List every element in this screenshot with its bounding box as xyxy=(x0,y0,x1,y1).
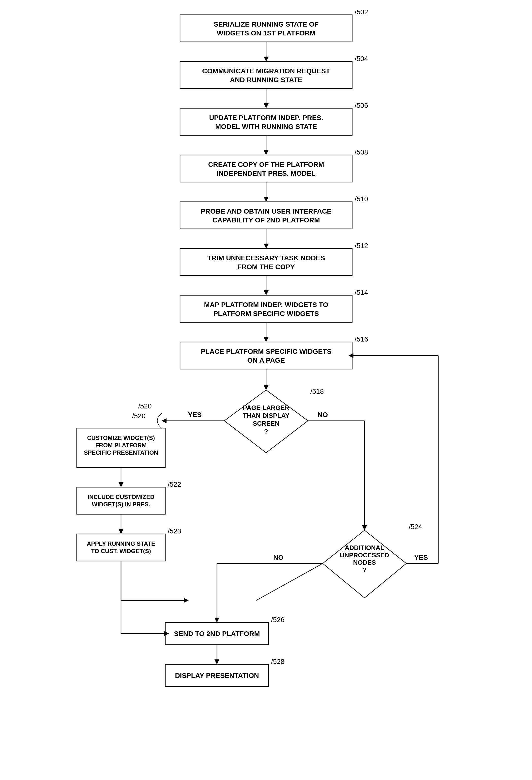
svg-text:THAN DISPLAY: THAN DISPLAY xyxy=(243,412,289,419)
svg-marker-96 xyxy=(214,618,219,623)
svg-marker-81 xyxy=(323,530,406,598)
svg-text:CUSTOMIZE WIDGET(S): CUSTOMIZE WIDGET(S) xyxy=(87,435,155,441)
svg-text:INCLUDE CUSTOMIZED: INCLUDE CUSTOMIZED xyxy=(88,494,154,500)
svg-text:PAGE LARGER: PAGE LARGER xyxy=(243,404,289,411)
svg-text:ADDITIONAL: ADDITIONAL xyxy=(344,544,384,551)
svg-text:/504: /504 xyxy=(355,55,368,62)
svg-marker-48 xyxy=(224,390,308,453)
svg-text:?: ? xyxy=(264,428,268,435)
svg-marker-29 xyxy=(264,244,269,248)
svg-text:/520: /520 xyxy=(138,402,152,410)
svg-marker-55 xyxy=(162,418,166,423)
svg-text:/526: /526 xyxy=(271,616,284,624)
svg-text:COMMUNICATE MIGRATION REQUEST: COMMUNICATE MIGRATION REQUEST xyxy=(202,67,330,75)
svg-rect-6 xyxy=(180,61,352,89)
svg-rect-64 xyxy=(77,487,165,514)
svg-rect-0 xyxy=(180,15,352,42)
svg-text:CREATE COPY OF THE PLATFORM: CREATE COPY OF THE PLATFORM xyxy=(208,161,324,168)
svg-marker-76 xyxy=(184,598,189,603)
svg-text:WIDGETS ON 1ST PLATFORM: WIDGETS ON 1ST PLATFORM xyxy=(217,29,315,37)
svg-marker-5 xyxy=(264,57,269,61)
svg-text:/518: /518 xyxy=(310,388,324,395)
svg-marker-69 xyxy=(118,529,123,534)
svg-text:YES: YES xyxy=(188,411,202,419)
svg-rect-30 xyxy=(180,248,352,276)
svg-text:AND RUNNING STATE: AND RUNNING STATE xyxy=(230,76,302,84)
svg-text:UPDATE PLATFORM INDEP. PRES.: UPDATE PLATFORM INDEP. PRES. xyxy=(209,114,323,121)
svg-marker-80 xyxy=(362,525,367,530)
svg-text:SERIALIZE RUNNING STATE OF: SERIALIZE RUNNING STATE OF xyxy=(213,20,319,28)
svg-marker-35 xyxy=(264,290,269,295)
svg-text:MAP PLATFORM INDEP. WIDGETS TO: MAP PLATFORM INDEP. WIDGETS TO xyxy=(204,301,328,308)
svg-text:NO: NO xyxy=(273,554,283,561)
svg-text:CAPABILITY OF 2ND PLATFORM: CAPABILITY OF 2ND PLATFORM xyxy=(212,216,320,224)
svg-marker-63 xyxy=(118,482,123,487)
svg-text:NODES: NODES xyxy=(353,559,376,566)
svg-text:NO: NO xyxy=(318,411,328,419)
flowchart-svg: SERIALIZE RUNNING STATE OF WIDGETS ON 1S… xyxy=(45,10,487,778)
svg-text:SPECIFIC PRESENTATION: SPECIFIC PRESENTATION xyxy=(84,449,158,456)
svg-rect-58 xyxy=(77,428,165,468)
svg-text:APPLY RUNNING STATE: APPLY RUNNING STATE xyxy=(87,540,155,547)
svg-text:TRIM UNNECESSARY TASK NODES: TRIM UNNECESSARY TASK NODES xyxy=(207,254,325,262)
svg-text:SEND TO 2ND PLATFORM: SEND TO 2ND PLATFORM xyxy=(174,630,260,638)
svg-text:YES: YES xyxy=(414,554,428,561)
svg-text:PLATFORM SPECIFIC WIDGETS: PLATFORM SPECIFIC WIDGETS xyxy=(213,310,319,318)
svg-rect-24 xyxy=(180,202,352,229)
svg-rect-97 xyxy=(165,623,269,645)
svg-text:FROM THE COPY: FROM THE COPY xyxy=(237,263,295,271)
svg-text:WIDGET(S) IN PRES.: WIDGET(S) IN PRES. xyxy=(92,501,150,507)
svg-text:MODEL WITH RUNNING STATE: MODEL WITH RUNNING STATE xyxy=(215,123,317,131)
svg-text:/510: /510 xyxy=(355,195,368,203)
svg-text:/520: /520 xyxy=(132,412,146,420)
svg-text:/506: /506 xyxy=(355,102,368,109)
svg-text:INDEPENDENT PRES. MODEL: INDEPENDENT PRES. MODEL xyxy=(217,169,315,177)
svg-text:/523: /523 xyxy=(168,527,181,535)
svg-text:FROM PLATFORM: FROM PLATFORM xyxy=(95,442,147,448)
svg-text:PROBE AND OBTAIN USER INTERFAC: PROBE AND OBTAIN USER INTERFACE xyxy=(201,207,331,215)
svg-rect-105 xyxy=(165,664,269,686)
svg-marker-41 xyxy=(264,337,269,342)
svg-text:SCREEN: SCREEN xyxy=(253,420,279,427)
svg-rect-70 xyxy=(77,534,165,561)
svg-text:TO CUST. WIDGET(S): TO CUST. WIDGET(S) xyxy=(91,548,151,554)
svg-text:ON A PAGE: ON A PAGE xyxy=(247,356,285,364)
svg-text:?: ? xyxy=(363,566,367,574)
svg-text:/522: /522 xyxy=(168,481,181,488)
svg-text:PLACE PLATFORM SPECIFIC WIDGET: PLACE PLATFORM SPECIFIC WIDGETS xyxy=(201,348,331,355)
svg-text:/516: /516 xyxy=(355,335,368,343)
svg-text:DISPLAY PRESENTATION: DISPLAY PRESENTATION xyxy=(175,672,259,679)
svg-line-92 xyxy=(256,564,323,600)
svg-marker-104 xyxy=(214,660,219,664)
svg-marker-23 xyxy=(264,197,269,202)
svg-rect-18 xyxy=(180,155,352,182)
svg-rect-36 xyxy=(180,295,352,322)
svg-marker-102 xyxy=(164,631,169,636)
svg-text:UNPROCESSED: UNPROCESSED xyxy=(340,551,389,559)
svg-marker-11 xyxy=(264,103,269,108)
svg-marker-47 xyxy=(264,385,269,390)
svg-marker-90 xyxy=(349,353,354,358)
svg-text:/508: /508 xyxy=(355,148,368,156)
svg-text:/528: /528 xyxy=(271,658,284,665)
svg-text:/502: /502 xyxy=(355,10,368,16)
svg-rect-42 xyxy=(180,342,352,369)
svg-marker-17 xyxy=(264,150,269,155)
svg-rect-12 xyxy=(180,108,352,135)
svg-text:/512: /512 xyxy=(355,242,368,249)
svg-text:/514: /514 xyxy=(355,289,368,296)
svg-text:/524: /524 xyxy=(409,523,422,531)
